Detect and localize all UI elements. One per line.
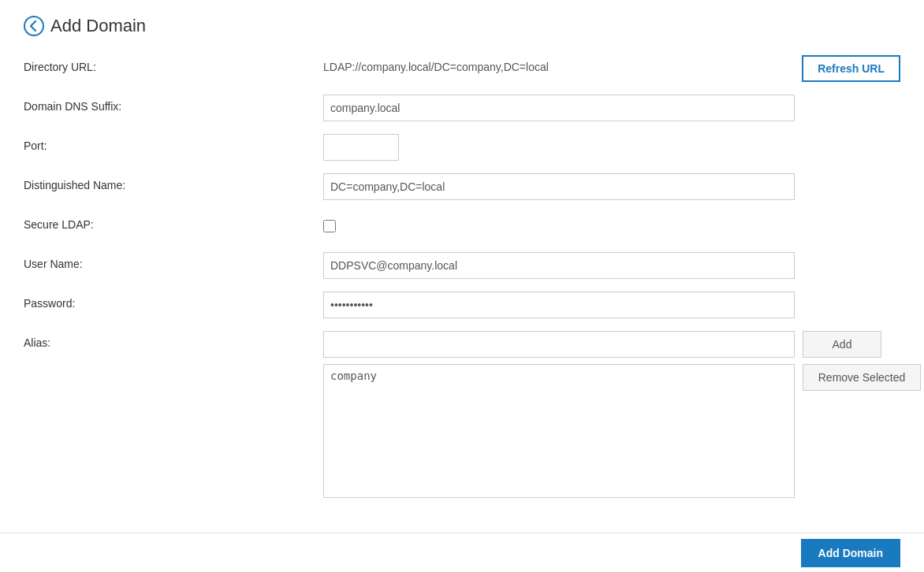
alias-listbox[interactable]: company [323,364,795,498]
alias-control: Add company Remove Selected [323,331,921,498]
form: Directory URL: LDAP://company.local/DC=c… [24,55,900,498]
directory-url-value: LDAP://company.local/DC=company,DC=local [323,55,786,73]
domain-dns-suffix-row: Domain DNS Suffix: [24,95,900,123]
refresh-url-button[interactable]: Refresh URL [802,55,900,82]
remove-selected-button[interactable]: Remove Selected [803,364,921,391]
add-domain-button[interactable]: Add Domain [801,539,900,567]
domain-dns-suffix-label: Domain DNS Suffix: [24,95,323,113]
directory-url-label: Directory URL: [24,55,323,73]
alias-controls: Add company Remove Selected [323,331,921,498]
distinguished-name-control [323,173,900,200]
alias-input-row: Add [323,331,921,358]
back-icon[interactable] [24,16,44,36]
svg-point-0 [24,17,43,35]
directory-url-control: LDAP://company.local/DC=company,DC=local… [323,55,900,82]
secure-ldap-control [323,213,900,232]
alias-listbox-row: company Remove Selected [323,364,921,498]
password-input[interactable] [323,292,795,318]
alias-row: Alias: Add company Remove Selected [24,331,900,498]
directory-url-row: Directory URL: LDAP://company.local/DC=c… [24,55,900,84]
secure-ldap-label: Secure LDAP: [24,213,323,231]
port-row: Port: [24,134,900,162]
alias-input[interactable] [323,331,795,358]
password-row: Password: [24,292,900,320]
alias-label: Alias: [24,331,323,349]
domain-dns-suffix-input[interactable] [323,95,795,121]
port-input[interactable] [323,134,399,161]
bottom-bar: Add Domain [0,533,924,572]
user-name-row: User Name: [24,252,900,280]
user-name-input[interactable] [323,252,795,279]
secure-ldap-row: Secure LDAP: [24,213,900,241]
password-control [323,292,900,318]
distinguished-name-row: Distinguished Name: [24,173,900,202]
password-label: Password: [24,292,323,310]
secure-ldap-checkbox[interactable] [323,220,336,232]
user-name-control [323,252,900,279]
user-name-label: User Name: [24,252,323,270]
add-alias-button[interactable]: Add [803,331,881,358]
port-control [323,134,900,161]
page-title-row: Add Domain [24,16,900,36]
distinguished-name-label: Distinguished Name: [24,173,323,191]
distinguished-name-input[interactable] [323,173,795,200]
page-title: Add Domain [50,16,146,36]
domain-dns-suffix-control [323,95,900,121]
port-label: Port: [24,134,323,152]
page-container: Add Domain Directory URL: LDAP://company… [0,0,924,572]
